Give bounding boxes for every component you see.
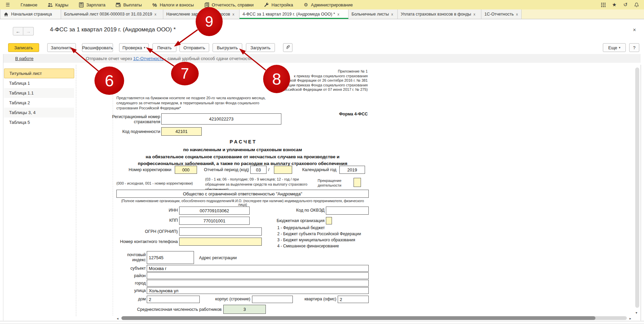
okved-label: Код по ОКВЭД <box>273 208 325 213</box>
sidebar-splitter[interactable] <box>76 65 76 316</box>
okved-field[interactable] <box>326 207 369 215</box>
calc-subtitle-3: профессиональных заболеваний, а также по… <box>116 161 369 166</box>
tab-home[interactable]: Начальная страница <box>0 9 61 19</box>
tab-close-icon[interactable]: x <box>391 12 393 16</box>
tab-insurance-payments[interactable]: Уплата страховых взносов в фонды x <box>398 9 481 19</box>
tab-close-icon[interactable]: x <box>232 12 234 16</box>
back-button[interactable]: ← <box>13 27 23 35</box>
tab-close-icon[interactable]: x <box>155 12 157 16</box>
apartment-field[interactable]: 2 <box>338 296 369 303</box>
kpp-label: КПП <box>144 218 178 223</box>
sidebar-item-title-page[interactable]: Титульный лист <box>4 69 74 78</box>
ogrn-field[interactable] <box>179 227 262 236</box>
registration-address-label: Адрес регистрации <box>199 255 237 260</box>
hscroll-left-arrow-icon[interactable]: ◂ <box>117 317 118 320</box>
1c-reporting-link[interactable]: 1С-Отчетность <box>133 56 164 61</box>
horizontal-scrollbar-thumb[interactable] <box>121 316 595 320</box>
menu-item-administration[interactable]: ⚙ Администрирование <box>298 0 358 9</box>
reg-number-field[interactable]: 4210022273 <box>161 113 281 125</box>
status-link[interactable]: В работе <box>15 56 33 61</box>
inn-field[interactable]: 007709103062 <box>179 207 250 215</box>
send-button-label: Отправить <box>184 45 205 50</box>
sidebar-item-table-1-1[interactable]: Таблица 1.1 <box>4 88 74 98</box>
budget-option-3: 3 - Бюджет муниципального образования <box>277 238 355 242</box>
vscroll-down-arrow-icon[interactable]: ▾ <box>636 311 637 315</box>
payments-icon <box>116 2 121 7</box>
report-period-field[interactable]: 03 <box>250 166 267 174</box>
nav-history-buttons: ← → <box>13 27 34 35</box>
save-button[interactable]: Записать <box>8 43 39 52</box>
close-window-icon[interactable]: × <box>633 27 636 33</box>
menu-item-label: Зарплата <box>86 2 106 7</box>
check-button[interactable]: Проверка ▾ <box>119 43 149 52</box>
hamburger-menu-button[interactable]: ☰ <box>0 0 16 9</box>
tab-4fss-report[interactable]: 4-ФСС за 1 квартал 2019 г. (Андромеда ОО… <box>240 9 348 19</box>
favorites-star-icon[interactable]: ★ <box>610 1 618 8</box>
region-field[interactable]: Москва г <box>147 265 369 272</box>
building-label: корпус (строение) <box>200 297 250 301</box>
phone-label: Номер контактного телефона <box>110 239 178 244</box>
building-field[interactable] <box>252 296 293 303</box>
termination-field[interactable] <box>354 178 361 187</box>
reg-number-label: Регистрационный номерстрахователя <box>93 114 160 125</box>
decode-button[interactable]: Расшифровать <box>82 43 113 52</box>
callout-circle-6: 6 <box>94 66 124 95</box>
tab-close-icon[interactable]: x <box>516 12 518 16</box>
organization-name-field[interactable]: Общество с ограниченной ответственностью… <box>116 190 369 198</box>
postal-index-label: почтовыйиндекс <box>119 252 146 263</box>
postal-index-field[interactable]: 127545 <box>147 251 194 264</box>
phone-field[interactable] <box>179 238 262 246</box>
forward-button[interactable]: → <box>23 27 34 35</box>
sidebar-item-table-2[interactable]: Таблица 2 <box>4 98 74 108</box>
menu-item-payments[interactable]: Выплаты <box>111 0 147 9</box>
budget-org-field[interactable] <box>326 217 332 224</box>
menu-item-staff[interactable]: Кадры <box>43 0 74 9</box>
sidebar-item-tables-3-4[interactable]: Таблицы 3, 4 <box>4 108 74 117</box>
import-button-label: Загрузить <box>250 45 270 50</box>
sidebar-item-table-1[interactable]: Таблица 1 <box>4 78 74 88</box>
export-button[interactable]: Выгрузить <box>213 43 242 52</box>
tab-1c-reporting[interactable]: 1С-Отчетность x <box>481 9 522 19</box>
callout-number: 8 <box>272 70 281 88</box>
all-functions-grid-icon[interactable] <box>599 1 607 8</box>
menu-item-settings[interactable]: Настройка <box>259 0 298 9</box>
paperclip-icon <box>285 45 290 51</box>
calendar-year-field[interactable]: 2019 <box>339 166 365 174</box>
wrench-icon <box>264 2 269 7</box>
menu-item-taxes[interactable]: % Налоги и взносы <box>147 0 199 9</box>
subordination-label: Код подчиненности <box>93 129 160 134</box>
chevron-down-icon: ▾ <box>144 46 145 49</box>
left-border <box>3 54 3 321</box>
tab-close-icon[interactable]: x <box>474 12 476 16</box>
kpp-field[interactable]: 770101001 <box>179 217 250 225</box>
help-button[interactable]: ? <box>629 43 639 52</box>
tab-close-icon[interactable]: x <box>337 12 339 16</box>
status-message: Отправьте отчет через 1С-Отчетность - са… <box>86 56 253 61</box>
district-field[interactable] <box>147 272 369 279</box>
termination-label: Прекращениедеятельности <box>304 178 341 188</box>
tab-sick-leaves-list[interactable]: Больничные листы x <box>348 9 398 19</box>
street-field[interactable]: Хользунова ул <box>147 287 369 294</box>
menu-item-salary[interactable]: Зарплата <box>74 0 111 9</box>
import-button[interactable]: Загрузить <box>246 43 275 52</box>
fill-button[interactable]: Заполнить <box>47 43 76 52</box>
attachments-button[interactable] <box>283 43 292 52</box>
more-button[interactable]: Еще ▾ <box>603 43 626 52</box>
send-button[interactable]: Отправить <box>179 43 209 52</box>
house-field[interactable]: 2 <box>147 296 200 303</box>
headcount-field[interactable]: 3 <box>223 305 266 314</box>
sidebar-item-table-5[interactable]: Таблица 5 <box>4 117 74 127</box>
form-name: Форма 4-ФСС <box>283 112 368 116</box>
subordination-field[interactable]: 42101 <box>161 127 202 136</box>
city-field[interactable] <box>147 280 369 287</box>
menu-item-main[interactable]: Главное <box>16 0 43 9</box>
tab-sick-leave-doc[interactable]: Больничный лист 003К-000003 от 31.03.201… <box>61 9 163 19</box>
print-button[interactable]: Печать <box>152 43 176 52</box>
vertical-scrollbar[interactable] <box>635 67 639 308</box>
history-icon[interactable]: ↺ <box>621 1 629 8</box>
hscroll-right-arrow-icon[interactable]: ▸ <box>629 317 631 320</box>
menu-item-label: Отчетность, справки <box>212 2 254 7</box>
calc-title: Р А С Ч Е Т <box>116 139 369 144</box>
notifications-bell-icon[interactable] <box>633 1 641 8</box>
house-label: дом <box>129 297 146 301</box>
